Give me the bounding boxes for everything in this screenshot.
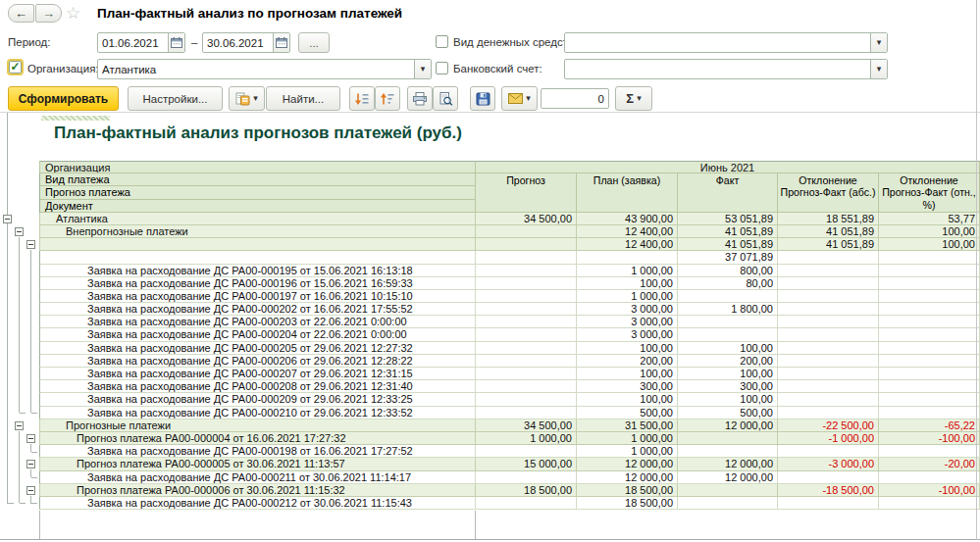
value-cell[interactable] bbox=[879, 342, 980, 355]
row-label-cell[interactable] bbox=[39, 251, 476, 264]
collapse-group-icon[interactable] bbox=[26, 460, 35, 468]
collapse-group-icon[interactable] bbox=[26, 434, 35, 443]
value-cell[interactable] bbox=[879, 445, 980, 458]
value-cell[interactable]: 1 000,00 bbox=[577, 265, 678, 277]
value-cell[interactable] bbox=[476, 368, 577, 380]
value-cell[interactable]: 43 900,00 bbox=[577, 213, 678, 225]
value-cell[interactable]: 41 051,89 bbox=[678, 225, 778, 238]
period-column-header[interactable]: Июнь 2021 bbox=[476, 161, 980, 173]
value-cell[interactable] bbox=[476, 290, 577, 303]
period-from-calendar-button[interactable] bbox=[168, 33, 184, 52]
value-cell[interactable]: 41 051,89 bbox=[778, 225, 879, 238]
value-cell[interactable] bbox=[879, 303, 980, 316]
value-cell[interactable] bbox=[879, 471, 980, 484]
expand-groups-button[interactable] bbox=[349, 86, 375, 111]
value-cell[interactable] bbox=[879, 316, 980, 328]
collapse-group-icon[interactable] bbox=[26, 240, 35, 249]
row-label-cell[interactable]: Прогноз платежа РА00-000004 от 16.06.202… bbox=[39, 432, 476, 445]
row-label-cell[interactable]: Заявка на расходование ДС РА00-000206 от… bbox=[39, 355, 476, 368]
row-header-organization[interactable]: Организация bbox=[39, 161, 476, 173]
value-cell[interactable]: 100,00 bbox=[879, 238, 980, 251]
value-cell[interactable] bbox=[778, 380, 879, 393]
value-cell[interactable]: 3 000,00 bbox=[577, 316, 678, 328]
value-cell[interactable] bbox=[879, 407, 980, 419]
send-mail-button[interactable]: ▾ bbox=[501, 86, 538, 111]
row-label-cell[interactable]: Заявка на расходование ДС РА00-000205 от… bbox=[39, 342, 476, 355]
value-cell[interactable]: 41 051,89 bbox=[678, 238, 778, 251]
row-label-cell[interactable]: Заявка на расходование ДС РА00-000209 от… bbox=[39, 393, 476, 406]
value-cell[interactable] bbox=[778, 393, 879, 406]
value-cell[interactable]: -22 500,00 bbox=[778, 419, 879, 432]
value-cell[interactable] bbox=[778, 277, 879, 290]
organization-combo[interactable]: Атлантика ▾ bbox=[97, 59, 432, 79]
collapse-group-icon[interactable] bbox=[15, 421, 24, 430]
value-cell[interactable] bbox=[476, 277, 577, 290]
value-cell[interactable]: 1 000,00 bbox=[577, 432, 678, 445]
value-cell[interactable]: 31 500,00 bbox=[577, 419, 678, 432]
value-cell[interactable] bbox=[678, 328, 778, 341]
value-cell[interactable]: -100,00 bbox=[879, 432, 980, 445]
value-cell[interactable] bbox=[778, 316, 879, 328]
value-cell[interactable]: 41 051,89 bbox=[778, 238, 879, 251]
value-cell[interactable] bbox=[778, 290, 879, 303]
value-cell[interactable] bbox=[778, 328, 879, 341]
column-header[interactable]: Отклонение Прогноз-Факт (абс.) bbox=[778, 173, 879, 213]
value-cell[interactable] bbox=[879, 497, 980, 510]
print-button[interactable] bbox=[407, 86, 433, 111]
row-header[interactable]: Документ bbox=[40, 200, 476, 213]
value-cell[interactable] bbox=[476, 265, 577, 277]
value-cell[interactable]: 15 000,00 bbox=[476, 458, 577, 470]
value-cell[interactable]: 12 400,00 bbox=[577, 225, 678, 238]
row-label-cell[interactable] bbox=[39, 238, 476, 251]
value-cell[interactable]: 100,00 bbox=[577, 393, 678, 406]
value-cell[interactable] bbox=[678, 432, 778, 445]
row-label-cell[interactable]: Заявка на расходование ДС РА00-000197 от… bbox=[39, 290, 476, 303]
bank-account-dropdown-button[interactable]: ▾ bbox=[870, 60, 887, 78]
row-header[interactable]: Прогноз платежа bbox=[40, 186, 476, 199]
value-cell[interactable]: 12 000,00 bbox=[678, 458, 778, 470]
settings-button[interactable]: Настройки... bbox=[128, 86, 223, 111]
row-label-cell[interactable]: Заявка на расходование ДС РА00-000211 от… bbox=[39, 471, 476, 484]
value-cell[interactable] bbox=[476, 393, 577, 406]
row-label-cell[interactable]: Заявка на расходование ДС РА00-000210 от… bbox=[39, 407, 476, 419]
value-cell[interactable]: 12 000,00 bbox=[577, 458, 678, 470]
period-more-button[interactable]: ... bbox=[298, 32, 330, 53]
cash-type-dropdown-button[interactable]: ▾ bbox=[870, 33, 887, 52]
value-cell[interactable]: 53 051,89 bbox=[678, 213, 778, 225]
value-cell[interactable] bbox=[476, 445, 577, 458]
value-cell[interactable] bbox=[778, 497, 879, 510]
value-cell[interactable]: 18 551,89 bbox=[778, 213, 879, 225]
report-variants-button[interactable]: ▾ bbox=[229, 86, 265, 111]
row-label-cell[interactable]: Заявка на расходование ДС РА00-000212 от… bbox=[39, 497, 476, 510]
value-cell[interactable]: 1 000,00 bbox=[577, 290, 678, 303]
value-cell[interactable] bbox=[476, 497, 577, 510]
value-cell[interactable] bbox=[879, 290, 980, 303]
value-cell[interactable] bbox=[778, 445, 879, 458]
value-cell[interactable] bbox=[476, 303, 577, 316]
period-to-calendar-button[interactable] bbox=[273, 33, 289, 52]
save-button[interactable] bbox=[470, 86, 495, 111]
value-cell[interactable]: 18 500,00 bbox=[476, 484, 577, 497]
collapse-group-icon[interactable] bbox=[15, 227, 24, 236]
value-cell[interactable] bbox=[476, 355, 577, 368]
row-label-cell[interactable]: Заявка на расходование ДС РА00-000202 от… bbox=[39, 303, 476, 316]
value-cell[interactable]: 200,00 bbox=[577, 355, 678, 368]
value-cell[interactable]: -18 500,00 bbox=[778, 484, 879, 497]
value-cell[interactable]: 34 500,00 bbox=[476, 419, 577, 432]
row-label-cell[interactable]: Заявка на расходование ДС РА00-000207 от… bbox=[39, 368, 476, 380]
collapse-group-icon[interactable] bbox=[3, 215, 12, 223]
value-cell[interactable] bbox=[879, 355, 980, 368]
value-cell[interactable] bbox=[879, 368, 980, 380]
value-cell[interactable]: 300,00 bbox=[678, 380, 778, 393]
value-cell[interactable] bbox=[778, 368, 879, 380]
value-cell[interactable] bbox=[879, 393, 980, 406]
counter-field[interactable]: 0 bbox=[541, 88, 609, 109]
value-cell[interactable]: 500,00 bbox=[577, 407, 678, 419]
find-button[interactable]: Найти... bbox=[266, 86, 340, 111]
value-cell[interactable] bbox=[476, 238, 577, 251]
column-header[interactable]: План (заявка) bbox=[577, 173, 678, 213]
row-label-cell[interactable]: Прогноз платежа РА00-000006 от 30.06.202… bbox=[39, 484, 476, 497]
value-cell[interactable]: 200,00 bbox=[678, 355, 778, 368]
print-preview-button[interactable] bbox=[433, 86, 458, 111]
value-cell[interactable] bbox=[678, 290, 778, 303]
